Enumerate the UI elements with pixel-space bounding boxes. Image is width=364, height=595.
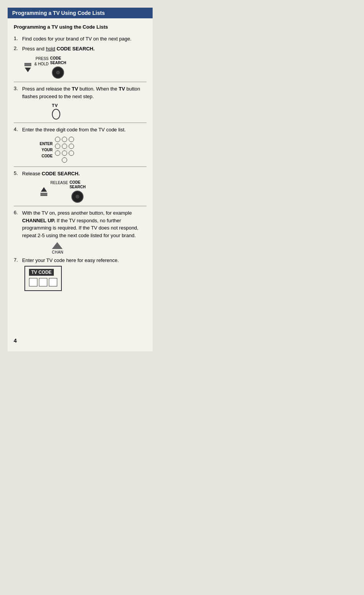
step-5-number: 5.: [14, 170, 21, 178]
arrow-up-icon: [41, 187, 47, 192]
step-4: 4. Enter the three digit code from the T…: [14, 126, 147, 163]
tv-code-slot-2[interactable]: [39, 278, 47, 286]
step-3: 3. Press and release the TV button. When…: [14, 85, 147, 120]
press-hold-label: PRESS& HOLD: [34, 56, 48, 67]
step-6-number: 6.: [14, 209, 21, 239]
page-header: Programming a TV Using Code Lists: [8, 8, 153, 18]
code-search-label-release: CODESEARCH: [69, 180, 85, 189]
step-6-text: With the TV on, press another button, fo…: [22, 209, 147, 239]
tv-code-slot-1[interactable]: [29, 278, 37, 286]
divider-2: [14, 123, 147, 123]
page: Programming a TV Using Code Lists Progra…: [8, 8, 153, 351]
step-6: 6. With the TV on, press another button,…: [14, 209, 147, 254]
enter-label: ENTERYOURCODE: [40, 141, 53, 159]
step-7-text: Enter your TV code here for easy referen…: [22, 257, 147, 264]
numpad-key-6: [69, 144, 74, 149]
step-2-text: Press and hold CODE SEARCH.: [22, 45, 147, 53]
release-label: RELEASE: [50, 180, 68, 186]
divider-3: [14, 167, 147, 167]
step-1-number: 1.: [14, 35, 21, 43]
numpad-key-4: [55, 144, 60, 149]
step-7-number: 7.: [14, 257, 21, 264]
intro-text: Programming a TV using the Code Lists: [14, 24, 147, 31]
step-2-number: 2.: [14, 45, 21, 53]
tv-code-title: TV CODE: [29, 269, 54, 276]
step-3-number: 3.: [14, 85, 21, 100]
code-search-label-top: CODESEARCH: [50, 56, 66, 65]
step-4-text: Enter the three digit code from the TV c…: [22, 126, 147, 134]
code-search-button-icon: [52, 66, 64, 79]
step-2: 2. Press and hold CODE SEARCH. PRESS& HO…: [14, 45, 147, 79]
tv-label: TV: [52, 103, 58, 108]
numpad-key-7: [55, 150, 60, 156]
step-5: 5. Release CODE SEARCH. RELEASE CODESEA: [14, 170, 147, 203]
chan-label: CHAN: [52, 250, 63, 254]
page-number: 4: [14, 338, 17, 344]
arrow-down-icon: [25, 68, 31, 72]
step-3-text: Press and release the TV button. When th…: [22, 85, 147, 100]
page-title: Programming a TV Using Code Lists: [12, 10, 105, 16]
numpad-key-9: [69, 150, 74, 156]
numpad-key-3: [69, 137, 74, 142]
numpad-key-1: [55, 137, 60, 142]
numpad-key-5: [62, 144, 67, 149]
numpad-key-0: [62, 157, 67, 163]
numpad-key-2: [62, 137, 67, 142]
step-5-text: Release CODE SEARCH.: [22, 170, 147, 178]
tv-code-box: TV CODE: [24, 266, 62, 291]
code-search-button-release-icon: [71, 191, 84, 203]
divider-4: [14, 206, 147, 206]
step-1-text: Find codes for your brand of TV on the n…: [22, 35, 147, 43]
step-1: 1. Find codes for your brand of TV on th…: [14, 35, 147, 43]
divider-1: [14, 82, 147, 82]
tv-button-icon: [52, 109, 60, 120]
numpad-icon: [55, 137, 75, 163]
step-7: 7. Enter your TV code here for easy refe…: [14, 257, 147, 291]
step-4-number: 4.: [14, 126, 21, 134]
numpad-key-8: [62, 150, 67, 156]
tv-code-slots: [29, 278, 57, 286]
tv-code-slot-3[interactable]: [49, 278, 57, 286]
channel-up-icon: [52, 242, 63, 249]
